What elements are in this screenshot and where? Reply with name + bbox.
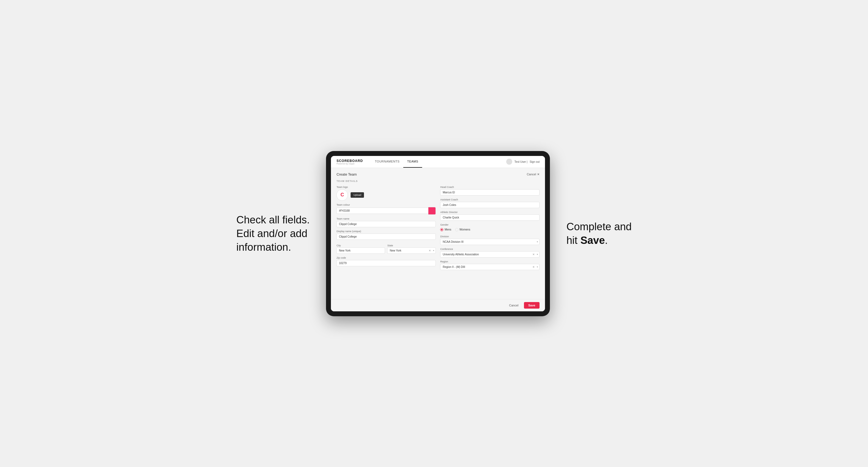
form-grid: Team logo C Upload Team colo bbox=[336, 186, 539, 270]
head-coach-group: Head Coach bbox=[440, 186, 539, 195]
annotation-line2: Edit and/or add bbox=[237, 227, 307, 239]
team-colour-label: Team colour bbox=[336, 204, 436, 206]
main-nav: TOURNAMENTS TEAMS bbox=[371, 156, 506, 168]
athletic-director-input[interactable] bbox=[440, 214, 539, 221]
team-logo-group: Team logo C Upload bbox=[336, 186, 436, 201]
form-left: Team logo C Upload Team colo bbox=[336, 186, 436, 270]
city-input[interactable] bbox=[336, 247, 385, 254]
division-select[interactable]: NCAA Division III bbox=[440, 239, 539, 245]
nav-tournaments[interactable]: TOURNAMENTS bbox=[371, 156, 403, 168]
app-logo: SCOREBOARD Powered by clippd bbox=[336, 159, 363, 165]
gender-mens-label: Mens bbox=[444, 228, 451, 231]
logo-area: C Upload bbox=[336, 189, 436, 201]
avatar bbox=[506, 159, 512, 165]
user-label: Test User | bbox=[515, 160, 528, 163]
annotation-line1: Check all fields. bbox=[237, 214, 310, 225]
save-button[interactable]: Save bbox=[524, 302, 540, 309]
form-right: Head Coach Assistant Coach Athletic Dire… bbox=[440, 186, 539, 270]
city-label: City bbox=[336, 244, 341, 247]
state-clear-icon[interactable]: ✕ bbox=[429, 249, 431, 252]
sign-out-link[interactable]: Sign out bbox=[530, 160, 540, 163]
page-header: Create Team Cancel ✕ bbox=[336, 172, 539, 177]
city-group: City bbox=[336, 243, 385, 254]
zip-input[interactable] bbox=[336, 260, 436, 266]
gender-row: Mens Womens bbox=[440, 227, 539, 232]
section-label: TEAM DETAILS bbox=[336, 180, 539, 182]
conference-label: Conference bbox=[440, 248, 539, 250]
logo-title: SCOREBOARD bbox=[336, 159, 363, 163]
team-name-label: Team name bbox=[336, 217, 436, 220]
gender-label: Gender bbox=[440, 223, 539, 226]
head-coach-label: Head Coach bbox=[440, 186, 539, 188]
assistant-coach-input[interactable] bbox=[440, 202, 539, 208]
division-group: Division NCAA Division III ▾ bbox=[440, 235, 539, 245]
gender-mens-radio[interactable] bbox=[440, 228, 443, 231]
annotation-right: Complete and hit Save. bbox=[566, 220, 631, 247]
state-select-wrapper: New York ✕ ▾ bbox=[387, 247, 436, 254]
page-title: Create Team bbox=[336, 172, 356, 177]
navbar: SCOREBOARD Powered by clippd TOURNAMENTS… bbox=[331, 156, 545, 168]
team-logo-label: Team logo bbox=[336, 186, 436, 188]
conference-clear-icon[interactable]: ✕ bbox=[532, 253, 535, 256]
division-arrow-icon: ▾ bbox=[537, 241, 538, 243]
upload-button[interactable]: Upload bbox=[350, 192, 364, 198]
city-state-group: City State New York bbox=[336, 243, 436, 254]
gender-womens-label: Womens bbox=[460, 228, 470, 231]
conference-group: Conference University Athletic Associati… bbox=[440, 248, 539, 257]
assistant-coach-label: Assistant Coach bbox=[440, 198, 539, 201]
display-name-input[interactable] bbox=[336, 234, 436, 240]
state-arrow-icon: ▾ bbox=[433, 249, 434, 252]
conference-select-wrapper: University Athletic Association ✕ ▾ bbox=[440, 251, 539, 257]
conference-select[interactable]: University Athletic Association bbox=[440, 251, 539, 257]
logo-subtitle: Powered by clippd bbox=[336, 163, 363, 165]
colour-swatch[interactable] bbox=[428, 207, 436, 215]
navbar-right: Test User | Sign out bbox=[506, 159, 539, 165]
display-name-label: Display name (unique) bbox=[336, 230, 436, 233]
conference-arrow-icon: ▾ bbox=[537, 253, 538, 256]
zip-group: Zip code bbox=[336, 256, 436, 266]
athletic-director-group: Athletic Director bbox=[440, 211, 539, 221]
colour-row bbox=[336, 207, 436, 215]
athletic-director-label: Athletic Director bbox=[440, 211, 539, 214]
zip-label: Zip code bbox=[336, 256, 436, 259]
team-colour-group: Team colour bbox=[336, 204, 436, 215]
division-label: Division bbox=[440, 235, 539, 238]
annotation-left: Check all fields. Edit and/or add inform… bbox=[237, 213, 310, 254]
gender-mens-option[interactable]: Mens bbox=[440, 228, 451, 231]
nav-teams[interactable]: TEAMS bbox=[403, 156, 422, 168]
team-name-group: Team name bbox=[336, 217, 436, 227]
division-select-wrapper: NCAA Division III ▾ bbox=[440, 239, 539, 245]
state-label: State bbox=[387, 244, 393, 247]
tablet-frame: SCOREBOARD Powered by clippd TOURNAMENTS… bbox=[326, 151, 550, 316]
assistant-coach-group: Assistant Coach bbox=[440, 198, 539, 208]
region-select[interactable]: Region II - (M) DIII bbox=[440, 264, 539, 270]
cancel-button[interactable]: Cancel bbox=[506, 302, 521, 309]
region-clear-icon[interactable]: ✕ bbox=[532, 266, 535, 269]
annotation-save-bold: Save bbox=[581, 234, 605, 246]
form-footer: Cancel Save bbox=[331, 299, 545, 311]
colour-input[interactable] bbox=[336, 208, 428, 214]
gender-womens-option[interactable]: Womens bbox=[455, 228, 470, 231]
state-group: State New York ✕ ▾ bbox=[387, 243, 436, 254]
main-content: Create Team Cancel ✕ TEAM DETAILS Team bbox=[331, 168, 545, 299]
city-state-row: City State New York bbox=[336, 243, 436, 254]
region-select-wrapper: Region II - (M) DIII ✕ ▾ bbox=[440, 264, 539, 270]
logo-circle: C bbox=[336, 189, 348, 201]
team-name-input[interactable] bbox=[336, 221, 436, 227]
display-name-group: Display name (unique) bbox=[336, 230, 436, 240]
gender-group: Gender Mens bbox=[440, 223, 539, 232]
cancel-header-button[interactable]: Cancel ✕ bbox=[527, 173, 539, 176]
region-arrow-icon: ▾ bbox=[537, 266, 538, 268]
annotation-right-line2: hit bbox=[566, 234, 580, 246]
region-label: Region bbox=[440, 260, 539, 263]
annotation-line3: information. bbox=[237, 241, 291, 253]
head-coach-input[interactable] bbox=[440, 189, 539, 195]
region-group: Region Region II - (M) DIII ✕ ▾ bbox=[440, 260, 539, 270]
annotation-right-line1: Complete and bbox=[566, 221, 631, 232]
gender-womens-radio[interactable] bbox=[455, 228, 459, 231]
